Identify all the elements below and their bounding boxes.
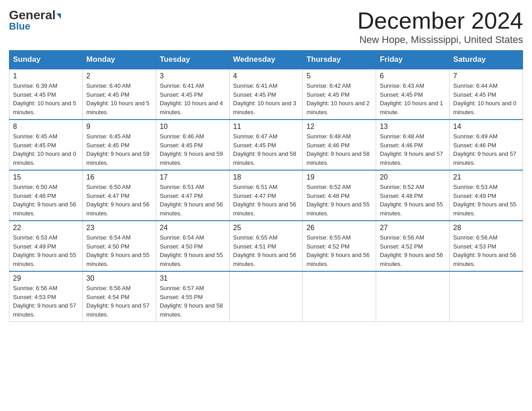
calendar-cell [450, 271, 523, 322]
day-number: 28 [453, 224, 519, 232]
day-info: Sunrise: 6:54 AMSunset: 4:50 PMDaylight:… [160, 233, 226, 268]
day-number: 12 [306, 123, 372, 131]
day-info: Sunrise: 6:50 AMSunset: 4:46 PMDaylight:… [13, 183, 79, 218]
calendar-body: 1 Sunrise: 6:39 AMSunset: 4:45 PMDayligh… [9, 69, 523, 322]
day-number: 30 [86, 274, 152, 283]
day-number: 23 [86, 224, 152, 232]
day-number: 29 [13, 274, 79, 283]
day-number: 1 [13, 72, 79, 80]
calendar-cell: 25 Sunrise: 6:55 AMSunset: 4:51 PMDaylig… [229, 221, 303, 271]
calendar-cell: 15 Sunrise: 6:50 AMSunset: 4:46 PMDaylig… [9, 170, 83, 221]
logo-part1: General [9, 8, 56, 22]
day-info: Sunrise: 6:55 AMSunset: 4:52 PMDaylight:… [306, 233, 372, 268]
day-info: Sunrise: 6:43 AMSunset: 4:45 PMDaylight:… [380, 81, 446, 116]
day-info: Sunrise: 6:44 AMSunset: 4:45 PMDaylight:… [453, 81, 519, 116]
day-info: Sunrise: 6:41 AMSunset: 4:45 PMDaylight:… [233, 81, 299, 116]
logo-arrow-icon [56, 13, 61, 19]
day-info: Sunrise: 6:50 AMSunset: 4:47 PMDaylight:… [86, 183, 152, 218]
calendar-cell: 27 Sunrise: 6:56 AMSunset: 4:52 PMDaylig… [376, 221, 450, 271]
day-info: Sunrise: 6:45 AMSunset: 4:45 PMDaylight:… [13, 132, 79, 167]
day-number: 9 [86, 123, 152, 131]
calendar-cell: 26 Sunrise: 6:55 AMSunset: 4:52 PMDaylig… [303, 221, 376, 271]
day-info: Sunrise: 6:52 AMSunset: 4:48 PMDaylight:… [306, 183, 372, 218]
day-info: Sunrise: 6:54 AMSunset: 4:50 PMDaylight:… [86, 233, 152, 268]
title-block: December 2024 New Hope, Mississippi, Uni… [357, 9, 523, 46]
day-number: 16 [86, 173, 152, 181]
col-saturday: Saturday [450, 51, 523, 69]
day-info: Sunrise: 6:56 AMSunset: 4:53 PMDaylight:… [453, 233, 519, 268]
calendar-cell [303, 271, 376, 322]
day-info: Sunrise: 6:52 AMSunset: 4:48 PMDaylight:… [380, 183, 446, 218]
day-info: Sunrise: 6:55 AMSunset: 4:51 PMDaylight:… [233, 233, 299, 268]
calendar-cell: 21 Sunrise: 6:53 AMSunset: 4:49 PMDaylig… [450, 170, 523, 221]
day-number: 5 [306, 72, 372, 80]
day-info: Sunrise: 6:56 AMSunset: 4:52 PMDaylight:… [380, 233, 446, 268]
day-info: Sunrise: 6:53 AMSunset: 4:49 PMDaylight:… [453, 183, 519, 218]
day-info: Sunrise: 6:40 AMSunset: 4:45 PMDaylight:… [86, 81, 152, 116]
day-number: 8 [13, 123, 79, 131]
logo-part2: Blue [9, 21, 30, 32]
day-number: 2 [86, 72, 152, 80]
calendar-cell: 19 Sunrise: 6:52 AMSunset: 4:48 PMDaylig… [303, 170, 376, 221]
day-number: 10 [160, 123, 226, 131]
col-thursday: Thursday [303, 51, 376, 69]
day-number: 27 [380, 224, 446, 232]
day-number: 4 [233, 72, 299, 80]
day-info: Sunrise: 6:51 AMSunset: 4:47 PMDaylight:… [160, 183, 226, 218]
day-info: Sunrise: 6:45 AMSunset: 4:45 PMDaylight:… [86, 132, 152, 167]
col-friday: Friday [376, 51, 450, 69]
day-info: Sunrise: 6:42 AMSunset: 4:45 PMDaylight:… [306, 81, 372, 116]
day-info: Sunrise: 6:47 AMSunset: 4:45 PMDaylight:… [233, 132, 299, 167]
calendar-week-row: 29 Sunrise: 6:56 AMSunset: 4:53 PMDaylig… [9, 271, 523, 322]
calendar-table: Sunday Monday Tuesday Wednesday Thursday… [9, 50, 523, 322]
calendar-cell: 7 Sunrise: 6:44 AMSunset: 4:45 PMDayligh… [450, 69, 523, 120]
calendar-cell: 24 Sunrise: 6:54 AMSunset: 4:50 PMDaylig… [156, 221, 229, 271]
day-number: 24 [160, 224, 226, 232]
calendar-cell [376, 271, 450, 322]
calendar-cell: 12 Sunrise: 6:48 AMSunset: 4:46 PMDaylig… [303, 120, 376, 170]
header-row: Sunday Monday Tuesday Wednesday Thursday… [9, 51, 523, 69]
calendar-cell: 17 Sunrise: 6:51 AMSunset: 4:47 PMDaylig… [156, 170, 229, 221]
calendar-cell: 6 Sunrise: 6:43 AMSunset: 4:45 PMDayligh… [376, 69, 450, 120]
calendar-cell: 18 Sunrise: 6:51 AMSunset: 4:47 PMDaylig… [229, 170, 303, 221]
calendar-cell: 29 Sunrise: 6:56 AMSunset: 4:53 PMDaylig… [9, 271, 83, 322]
day-info: Sunrise: 6:56 AMSunset: 4:54 PMDaylight:… [86, 284, 152, 319]
calendar-cell: 8 Sunrise: 6:45 AMSunset: 4:45 PMDayligh… [9, 120, 83, 170]
day-number: 14 [453, 123, 519, 131]
day-info: Sunrise: 6:49 AMSunset: 4:46 PMDaylight:… [453, 132, 519, 167]
day-number: 26 [306, 224, 372, 232]
col-wednesday: Wednesday [229, 51, 303, 69]
col-sunday: Sunday [9, 51, 83, 69]
day-number: 7 [453, 72, 519, 80]
day-number: 6 [380, 72, 446, 80]
day-number: 3 [160, 72, 226, 80]
col-tuesday: Tuesday [156, 51, 229, 69]
calendar-cell: 1 Sunrise: 6:39 AMSunset: 4:45 PMDayligh… [9, 69, 83, 120]
calendar-cell: 23 Sunrise: 6:54 AMSunset: 4:50 PMDaylig… [82, 221, 156, 271]
calendar-week-row: 22 Sunrise: 6:53 AMSunset: 4:49 PMDaylig… [9, 221, 523, 271]
calendar-cell: 9 Sunrise: 6:45 AMSunset: 4:45 PMDayligh… [82, 120, 156, 170]
day-number: 11 [233, 123, 299, 131]
calendar-week-row: 15 Sunrise: 6:50 AMSunset: 4:46 PMDaylig… [9, 170, 523, 221]
calendar-cell [229, 271, 303, 322]
day-number: 31 [160, 274, 226, 283]
calendar-cell: 30 Sunrise: 6:56 AMSunset: 4:54 PMDaylig… [82, 271, 156, 322]
day-number: 13 [380, 123, 446, 131]
day-number: 17 [160, 173, 226, 181]
day-number: 21 [453, 173, 519, 181]
calendar-cell: 20 Sunrise: 6:52 AMSunset: 4:48 PMDaylig… [376, 170, 450, 221]
day-info: Sunrise: 6:57 AMSunset: 4:55 PMDaylight:… [160, 284, 226, 319]
day-info: Sunrise: 6:48 AMSunset: 4:46 PMDaylight:… [380, 132, 446, 167]
day-info: Sunrise: 6:51 AMSunset: 4:47 PMDaylight:… [233, 183, 299, 218]
day-info: Sunrise: 6:41 AMSunset: 4:45 PMDaylight:… [160, 81, 226, 116]
calendar-cell: 2 Sunrise: 6:40 AMSunset: 4:45 PMDayligh… [82, 69, 156, 120]
calendar-cell: 4 Sunrise: 6:41 AMSunset: 4:45 PMDayligh… [229, 69, 303, 120]
calendar-week-row: 8 Sunrise: 6:45 AMSunset: 4:45 PMDayligh… [9, 120, 523, 170]
calendar-cell: 3 Sunrise: 6:41 AMSunset: 4:45 PMDayligh… [156, 69, 229, 120]
calendar-cell: 22 Sunrise: 6:53 AMSunset: 4:49 PMDaylig… [9, 221, 83, 271]
day-info: Sunrise: 6:46 AMSunset: 4:45 PMDaylight:… [160, 132, 226, 167]
calendar-cell: 14 Sunrise: 6:49 AMSunset: 4:46 PMDaylig… [450, 120, 523, 170]
calendar-cell: 10 Sunrise: 6:46 AMSunset: 4:45 PMDaylig… [156, 120, 229, 170]
calendar-cell: 11 Sunrise: 6:47 AMSunset: 4:45 PMDaylig… [229, 120, 303, 170]
logo: General Blue [9, 9, 61, 32]
